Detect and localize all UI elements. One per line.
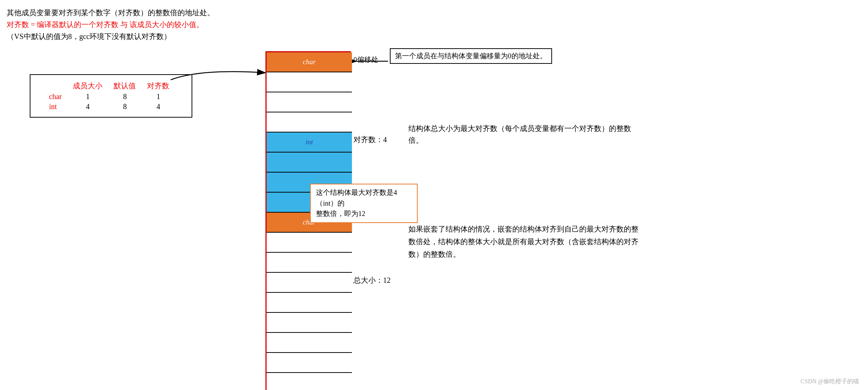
col-header-default: 默认值	[114, 81, 136, 91]
row-int-label: int	[49, 102, 62, 111]
top-line2: 对齐数 = 编译器默认的一个对齐数 与 该成员大小的较小值。	[7, 19, 215, 30]
row-int-default: 8	[114, 102, 136, 111]
top-line3: （VS中默认的值为8，gcc环境下没有默认对齐数）	[7, 30, 215, 42]
row-char-align: 1	[147, 92, 169, 101]
memory-cell-16	[267, 373, 352, 390]
top-line1: 其他成员变量要对齐到某个数字（对齐数）的整数倍的地址处。	[7, 7, 215, 19]
align4-text: 对齐数：4	[353, 135, 387, 144]
memory-cell-12	[267, 293, 352, 313]
memory-cell-15	[267, 353, 352, 373]
table-content: 成员大小 默认值 对齐数 char 1 8 1 int 4 8 4	[38, 79, 180, 112]
memory-cell-3	[267, 112, 352, 132]
page: 其他成员变量要对齐到某个数字（对齐数）的整数倍的地址处。 对齐数 = 编译器默认…	[0, 0, 868, 390]
callout-first-text: 第一个成员在与结构体变量偏移量为0的地址处。	[395, 52, 547, 60]
row-int-size: 4	[73, 102, 102, 111]
memory-cell-0: char	[267, 52, 352, 72]
memory-cell-5	[267, 153, 352, 173]
col-header-align: 对齐数	[147, 81, 169, 91]
table-row-char: char 1 8 1	[49, 92, 169, 101]
row-char-label: char	[49, 92, 62, 101]
callout-max-align: 这个结构体最大对齐数是4（int）的整数倍，即为12	[310, 184, 418, 223]
memory-cell-2	[267, 92, 352, 112]
memory-cell-13	[267, 313, 352, 333]
watermark-text: CSDN @偷吃橙子的喵	[801, 378, 859, 384]
col-header-empty	[49, 81, 62, 91]
label-total-size: 总大小：12	[353, 275, 391, 285]
maxalign-text: 这个结构体最大对齐数是4（int）的整数倍，即为12	[316, 189, 397, 217]
total-size-text: 总大小：12	[353, 276, 391, 284]
row-char-size: 1	[73, 92, 102, 101]
memory-cell-4: int	[267, 132, 352, 153]
label-align4: 对齐数：4	[353, 135, 387, 145]
memory-cell-14	[267, 333, 352, 353]
text-struct-total: 结构体总大小为最大对齐数（每个成员变量都有一个对齐数）的整数倍。	[408, 122, 639, 146]
memory-cell-10	[267, 253, 352, 273]
label-0offset: 0偏移处	[353, 55, 378, 65]
struct-total-text: 结构体总大小为最大对齐数（每个成员变量都有一个对齐数）的整数倍。	[408, 124, 631, 144]
0offset-text: 0偏移处	[353, 55, 378, 65]
table-row-int: int 4 8 4	[49, 102, 169, 111]
top-text-block: 其他成员变量要对齐到某个数字（对齐数）的整数倍的地址处。 对齐数 = 编译器默认…	[7, 7, 215, 42]
nested-text: 如果嵌套了结构体的情况，嵌套的结构体对齐到自己的最大对齐数的整数倍处，结构体的整…	[408, 225, 639, 258]
memory-cell-11	[267, 273, 352, 293]
row-char-default: 8	[114, 92, 136, 101]
row-int-align: 4	[147, 102, 169, 111]
col-header-size: 成员大小	[73, 81, 102, 91]
text-nested-struct: 如果嵌套了结构体的情况，嵌套的结构体对齐到自己的最大对齐数的整数倍处，结构体的整…	[408, 223, 668, 260]
watermark: CSDN @偷吃橙子的喵	[801, 378, 859, 386]
memory-cell-1	[267, 72, 352, 92]
top-line2-red: 对齐数 = 编译器默认的一个对齐数 与 该成员大小的较小值。	[7, 20, 204, 29]
callout-first-member: 第一个成员在与结构体变量偏移量为0的地址处。	[390, 48, 552, 64]
alignment-table: 成员大小 默认值 对齐数 char 1 8 1 int 4 8 4	[30, 74, 192, 118]
memory-cell-9	[267, 233, 352, 253]
